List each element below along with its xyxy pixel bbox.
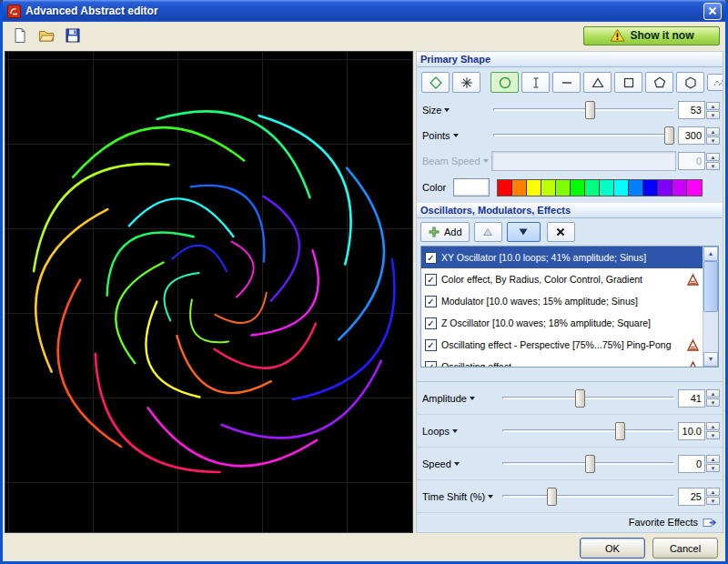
effect-checkbox[interactable]: ✓ [425,361,437,368]
effect-list-item[interactable]: ✓XY Oscillator [10.0 loops; 41% amplitud… [421,247,703,268]
wave-icon [713,76,724,90]
show-it-now-button[interactable]: Show it now [583,26,720,45]
palette-color-11[interactable] [658,180,672,196]
spin-down-button[interactable]: ▼ [706,111,720,119]
slider-label-points[interactable]: Points [422,130,491,141]
primary-shape-sliders: Size53▲▼Points300▲▼Beam Speed0▲▼ [417,97,723,174]
palette-color-12[interactable] [672,180,687,196]
effect-checkbox[interactable]: ✓ [425,296,437,307]
current-color-swatch[interactable] [453,178,490,196]
ok-button[interactable]: OK [580,538,645,559]
scroll-down-button[interactable]: ▼ [703,352,718,367]
spin-up-button[interactable]: ▲ [706,127,720,136]
star-icon [460,76,474,90]
palette-color-9[interactable] [629,180,643,196]
spin-down-button[interactable]: ▼ [706,136,720,145]
spin-up-button[interactable]: ▲ [706,455,720,463]
scrollbar-track[interactable] [703,261,718,352]
scrollbar-thumb[interactable] [703,261,718,312]
advanced-abstract-editor-window: Advanced Abstract editor Show it now Pri… [0,0,728,564]
slider-track-loops[interactable] [500,421,676,441]
spin-down-button[interactable]: ▼ [706,431,720,439]
slider-thumb-size[interactable] [585,101,595,119]
new-button[interactable] [8,25,32,46]
slider-track-size[interactable] [491,100,676,120]
slider-label-size[interactable]: Size [422,105,491,116]
shape-horizontal-line-button[interactable] [552,72,581,93]
shape-square-button[interactable] [614,72,642,93]
open-button[interactable] [35,25,58,46]
effect-list-item[interactable]: ✓Modulator [10.0 waves; 15% amplitude; S… [421,290,703,312]
effect-list-item[interactable]: ✓Z Oscillator [10.0 waves; 18% amplitude… [421,312,703,334]
shape-vertical-line-button[interactable] [521,72,550,93]
shape-pentagon-button[interactable] [645,72,673,93]
shape-wave-button[interactable] [707,74,723,91]
slider-thumb-time-shift[interactable] [547,488,557,506]
slider-thumb-amplitude[interactable] [575,389,585,408]
slider-label-time-shift[interactable]: Time Shift (%) [422,491,500,502]
spin-down-button[interactable]: ▼ [706,464,720,472]
slider-track-amplitude[interactable] [500,388,676,408]
favorite-effects-link[interactable]: Favorite Effects [629,517,698,528]
effect-list-item[interactable]: ✓Oscillating effect ... [421,356,703,367]
palette-color-13[interactable] [687,180,702,196]
triangle-icon [591,76,605,90]
palette-color-4[interactable] [556,180,571,196]
list-scrollbar[interactable]: ▲ ▼ [703,247,718,367]
effect-checkbox[interactable]: ✓ [425,252,437,264]
palette-color-3[interactable] [541,180,556,196]
palette-color-6[interactable] [585,180,600,196]
palette-color-10[interactable] [643,180,658,196]
shape-hexagon-button[interactable] [676,72,704,93]
slider-label-amplitude[interactable]: Amplitude [422,393,500,404]
spin-down-button[interactable]: ▼ [706,398,720,407]
move-up-button[interactable] [474,222,502,242]
spin-down-button[interactable]: ▼ [706,162,720,170]
spin-up-button[interactable]: ▲ [706,422,720,430]
spin-up-button[interactable]: ▲ [706,102,720,110]
close-button[interactable] [703,3,722,20]
oscillators-header: Oscillators, Modulators, Effects [417,203,723,218]
shape-diamond-button[interactable] [421,72,450,93]
spin-up-button[interactable]: ▲ [706,389,720,398]
slider-track-speed[interactable] [500,454,676,474]
move-down-button[interactable] [507,222,541,242]
palette-color-7[interactable] [600,180,614,196]
slider-row-time-shift: Time Shift (%)25▲▼ [417,480,723,513]
slider-thumb-loops[interactable] [615,422,625,440]
shape-circle-button[interactable] [490,72,519,93]
palette-color-8[interactable] [614,180,629,196]
scroll-up-button[interactable]: ▲ [703,247,718,261]
palette-color-0[interactable] [498,180,512,196]
effect-checkbox[interactable]: ✓ [425,274,437,286]
shape-star-button[interactable] [452,72,480,93]
effect-list-item[interactable]: ✓Color effect, By Radius, Color Control,… [421,268,703,290]
slider-label-beam-speed[interactable]: Beam Speed [422,156,491,166]
palette-color-2[interactable] [527,180,541,196]
palette-color-5[interactable] [571,180,585,196]
shape-triangle-button[interactable] [583,72,612,93]
slider-track-time-shift[interactable] [500,487,676,507]
cancel-button[interactable]: Cancel [652,538,718,559]
palette-color-1[interactable] [512,180,527,196]
slider-thumb-speed[interactable] [585,455,595,473]
title-bar[interactable]: Advanced Abstract editor [3,0,725,22]
effect-checkbox[interactable]: ✓ [425,339,437,351]
effect-list-item[interactable]: ✓Oscillating effect - Perspective [75%..… [421,334,703,356]
slider-channel [502,495,674,498]
spin-up-button[interactable]: ▲ [706,488,720,496]
spin-up-button[interactable]: ▲ [706,153,720,161]
preview-canvas[interactable] [5,51,413,533]
spinner-points: ▲▼ [706,127,720,145]
spin-down-button[interactable]: ▼ [706,497,720,505]
delete-effect-button[interactable] [547,222,575,242]
save-button[interactable] [61,25,85,46]
slider-label-speed[interactable]: Speed [422,458,500,469]
effect-checkbox[interactable]: ✓ [425,317,437,329]
slider-thumb-points[interactable] [664,126,674,145]
spinner-size: ▲▼ [706,102,720,119]
slider-label-loops[interactable]: Loops [422,426,500,437]
slider-track-points[interactable] [491,126,676,146]
square-icon [622,76,636,90]
add-effect-button[interactable]: Add [420,222,470,242]
